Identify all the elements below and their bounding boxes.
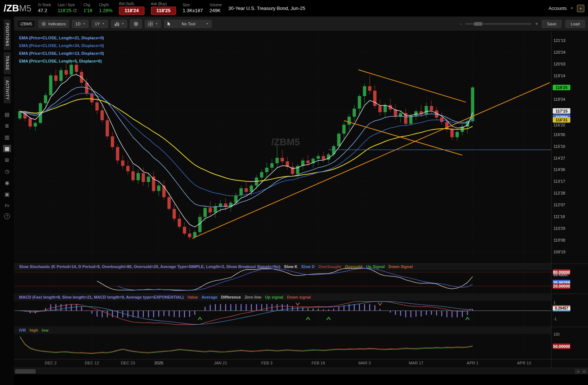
- scroll-right-button[interactable]: ▸: [581, 369, 587, 374]
- svg-text:116'22: 116'22: [553, 123, 565, 127]
- range-dropdown[interactable]: 1Y ▼: [92, 20, 108, 28]
- scroll-left-button[interactable]: ◂: [575, 369, 581, 374]
- zoom-out-button[interactable]: -: [460, 21, 462, 26]
- change: Chg 1'16: [83, 3, 92, 14]
- macd-difference-legend: Difference: [221, 295, 241, 299]
- svg-text:111'18: 111'18: [553, 214, 565, 219]
- svg-text:DEC 23: DEC 23: [121, 361, 135, 365]
- ema21-label[interactable]: EMA (Price=CLOSE, Length=21, Displace=0): [19, 34, 104, 42]
- svg-text:APR 1: APR 1: [467, 361, 478, 365]
- timeframe-dropdown[interactable]: 1D ▼: [72, 20, 89, 28]
- svg-text:112'07: 112'07: [553, 203, 565, 207]
- svg-text:0.29457: 0.29457: [555, 306, 569, 310]
- list-icon[interactable]: ≣: [3, 122, 11, 129]
- study-labels: EMA (Price=CLOSE, Length=21, Displace=0)…: [19, 34, 104, 65]
- settings-button[interactable]: [130, 19, 142, 28]
- svg-text:112'28: 112'28: [553, 191, 565, 195]
- slow-k-legend: Slow K: [284, 264, 298, 269]
- chevron-down-icon: ▼: [83, 22, 85, 25]
- drawing-tool-dropdown[interactable]: No Tool ▼: [164, 20, 212, 28]
- svg-text:114'06: 114'06: [553, 167, 565, 172]
- svg-text:MAR 17: MAR 17: [409, 361, 423, 365]
- help-icon[interactable]: ?: [4, 213, 10, 219]
- timeframe-value: 1D: [75, 22, 80, 26]
- zoom-slider[interactable]: [465, 23, 531, 25]
- svg-text:MAR 3: MAR 3: [358, 361, 371, 365]
- ivr-study-title: IVR: [19, 328, 26, 332]
- accounts-menu[interactable]: Accounts: [549, 6, 567, 11]
- indicators-button[interactable]: Indicators: [38, 20, 69, 28]
- tab-activity[interactable]: ACTIVITY: [4, 76, 11, 104]
- svg-text:69.43097: 69.43097: [553, 273, 569, 277]
- instrument-description: 30-Year U.S. Treasury Bond, Jun-25: [228, 6, 305, 11]
- chgpct-value: 1.28%: [99, 8, 112, 14]
- orders-icon[interactable]: ▥: [3, 133, 11, 141]
- clock-icon[interactable]: ◷: [3, 168, 11, 175]
- save-button[interactable]: Save: [542, 20, 562, 28]
- svg-text:2025: 2025: [154, 361, 163, 365]
- symbol-block: /ZB M5: [4, 3, 31, 14]
- chevron-down-icon: ▼: [206, 22, 208, 25]
- ask-label: Ask (Buy): [151, 2, 176, 7]
- tab-positions[interactable]: POSITIONS: [4, 19, 11, 50]
- scrollbar-thumb[interactable]: [15, 369, 36, 374]
- zoom-in-button[interactable]: +: [535, 21, 538, 26]
- iv-rank-value: 47.2: [38, 8, 51, 14]
- people-icon[interactable]: ◉: [3, 179, 11, 186]
- ema34-label[interactable]: EMA (Price=CLOSE, Length=34, Displace=0): [19, 42, 104, 50]
- slow-d-legend: Slow D: [301, 264, 315, 269]
- iv-rank-label: IV Rank: [38, 3, 51, 8]
- ivr-low-legend: low: [42, 328, 49, 332]
- stochastic-panel-label[interactable]: Slow Stochastic (K Period=14, D Period=9…: [19, 264, 413, 269]
- chart-workspace: /ZBM5 Indicators 1D ▼ 1Y ▼ ▼: [14, 17, 588, 385]
- svg-text:DEC 2: DEC 2: [45, 361, 57, 365]
- bid-button[interactable]: 118'24: [119, 7, 144, 15]
- symbol-tab[interactable]: /ZBM5: [17, 20, 35, 28]
- add-button[interactable]: +: [577, 5, 584, 12]
- svg-text:20.00000: 20.00000: [553, 284, 570, 288]
- chart-toolbar: /ZBM5 Indicators 1D ▼ 1Y ▼ ▼: [14, 17, 588, 31]
- macd-panel-label[interactable]: MACD (Fast length=8, Slow length=21, MAC…: [19, 295, 311, 299]
- monitor-icon[interactable]: ▤: [3, 111, 11, 118]
- svg-text:110'29: 110'29: [553, 226, 565, 231]
- svg-text:116'05: 116'05: [553, 132, 565, 137]
- fx-icon[interactable]: Fx: [3, 202, 11, 209]
- load-button[interactable]: Load: [565, 20, 585, 28]
- cursor-icon: [167, 22, 171, 26]
- down-signal-legend: Down Signal: [388, 264, 413, 269]
- watermark: /ZBM5: [271, 136, 300, 147]
- quote-header: /ZB M5 IV Rank 47.2 Last / Size 118'25 /…: [0, 0, 588, 17]
- tab-trade[interactable]: TRADE: [4, 52, 11, 74]
- layout-dropdown[interactable]: ▼: [145, 20, 161, 28]
- size-label: Size: [183, 3, 203, 8]
- last-value: 118'25 /2: [58, 8, 77, 14]
- ask-button[interactable]: 118'25: [151, 7, 176, 15]
- chg-value: 1'16: [83, 8, 92, 14]
- contract-code: M5: [19, 3, 31, 14]
- ivr-panel-label[interactable]: IVR high low: [19, 328, 49, 332]
- toolbar-right: - + Save Load: [460, 20, 585, 28]
- rail-icons: ▤ ≣ ▥ ▦ ⊞ ◷ ◉ ▣ Fx ?: [3, 111, 11, 219]
- svg-text:118'04: 118'04: [553, 97, 565, 101]
- volume-block: Volume 249K: [209, 3, 222, 14]
- grid-icon[interactable]: ⊞: [3, 156, 11, 164]
- starburst-icon: [42, 22, 46, 26]
- chart-background: [14, 31, 588, 368]
- chart-icon[interactable]: ▦: [3, 145, 11, 152]
- chart-type-dropdown[interactable]: ▼: [111, 20, 128, 28]
- indicators-label: Indicators: [48, 22, 66, 26]
- ask-block: Ask (Buy) 118'25: [151, 2, 176, 15]
- svg-text:116'31: 116'31: [556, 118, 568, 122]
- chg-label: Chg: [83, 3, 92, 8]
- iv-rank: IV Rank 47.2: [38, 3, 51, 14]
- ema13-label[interactable]: EMA (Price=CLOSE, Length=13, Displace=0): [19, 50, 104, 57]
- zoom-slider-thumb[interactable]: [474, 22, 482, 26]
- calendar-icon[interactable]: ▣: [3, 190, 11, 198]
- ema5-label[interactable]: EMA (Price=CLOSE, Length=5, Displace=0): [19, 57, 104, 65]
- macd-down-signal-legend: Down signal: [287, 295, 311, 299]
- range-value: 1Y: [95, 22, 100, 26]
- horizontal-scrollbar[interactable]: ◂ ▸: [14, 368, 588, 374]
- chevron-down-icon[interactable]: ▼: [570, 7, 573, 10]
- bar-chart-icon: [114, 22, 119, 26]
- chart-canvas[interactable]: /ZBM5121'13120'24120'03119'14118'04116'2…: [14, 31, 588, 368]
